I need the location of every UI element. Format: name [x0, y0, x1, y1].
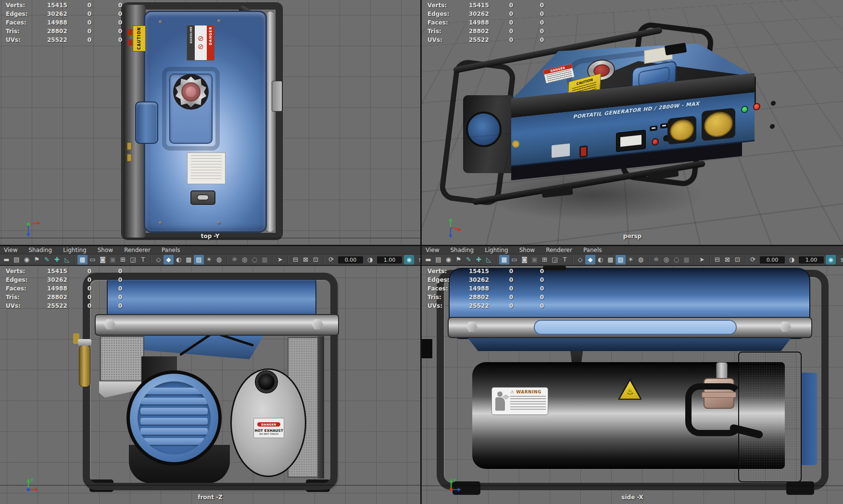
screen-space-icon[interactable]: ⊡: [311, 255, 321, 265]
textured-icon[interactable]: ▩: [184, 255, 194, 265]
exposure-icon[interactable]: ⟳: [748, 255, 758, 265]
use-all-lights-icon[interactable]: ☼: [229, 255, 239, 265]
viewport-top: CAUTION GASOLINE ⊘⊘ DANGER Ver: [0, 0, 420, 245]
multisampling-icon[interactable]: ▩: [681, 255, 692, 265]
ambient-occlusion-icon[interactable]: ◎: [239, 255, 250, 265]
svg-text:y: y: [453, 478, 456, 482]
hud-stat-value: 0: [513, 10, 544, 18]
camera-attributes-icon[interactable]: ▤: [433, 255, 443, 265]
shadows-icon[interactable]: ◍: [636, 255, 646, 265]
bookmark-icon[interactable]: ⚑: [453, 255, 464, 265]
resolution-gate-icon[interactable]: ◙: [519, 255, 529, 265]
safe-title-icon[interactable]: T: [138, 255, 148, 265]
safe-action-icon[interactable]: ◲: [550, 255, 560, 265]
color-management-icon[interactable]: ◉: [826, 255, 836, 265]
xray-icon[interactable]: ⊟: [712, 255, 722, 265]
lighting-icon[interactable]: ☀: [204, 255, 214, 265]
wireframe-on-shaded-icon[interactable]: ▨: [616, 255, 626, 265]
textured-icon[interactable]: ▩: [605, 255, 616, 265]
menu-show[interactable]: Show: [96, 247, 119, 253]
universal-manipulator-icon[interactable]: ✚: [474, 255, 484, 265]
menu-panels[interactable]: Panels: [581, 247, 608, 253]
gamma-field[interactable]: 1.00: [799, 256, 824, 264]
grid-icon[interactable]: ▦: [499, 255, 509, 265]
gamma-icon[interactable]: ◑: [365, 255, 375, 265]
gamma-field[interactable]: 1.00: [377, 256, 402, 264]
exposure-field[interactable]: 0.00: [760, 256, 785, 264]
grid-origin-line: [422, 485, 843, 486]
wireframe-on-shaded-icon[interactable]: ▨: [194, 255, 204, 265]
wireframe-icon[interactable]: ◇: [153, 255, 164, 265]
hud-stat-value: 0: [62, 302, 91, 310]
menu-view[interactable]: View: [424, 247, 445, 253]
measure-tool-icon[interactable]: ◺: [62, 255, 72, 265]
shadows-icon[interactable]: ◍: [214, 255, 224, 265]
menu-shading[interactable]: Shading: [448, 247, 480, 253]
xray-joints-icon[interactable]: ⊠: [722, 255, 732, 265]
xray-icon[interactable]: ⊟: [290, 255, 301, 265]
smooth-shade-icon[interactable]: ◆: [585, 255, 595, 265]
film-gate-icon[interactable]: ▭: [509, 255, 519, 265]
film-gate-icon[interactable]: ▭: [88, 255, 98, 265]
universal-manipulator-icon[interactable]: ✚: [52, 255, 62, 265]
hud-row: Edges:3026200: [0, 276, 144, 284]
resolution-gate-icon[interactable]: ◙: [98, 255, 108, 265]
motion-blur-icon[interactable]: ◌: [671, 255, 681, 265]
menu-panels[interactable]: Panels: [160, 247, 187, 253]
hud-stat-value: 0: [91, 10, 122, 18]
use-default-material-icon[interactable]: ◐: [174, 255, 184, 265]
gate-mask-icon[interactable]: ▣: [529, 255, 540, 265]
lighting-icon[interactable]: ☀: [626, 255, 636, 265]
hud-stat-value: 28802: [469, 27, 483, 36]
camera-bookmarks-icon[interactable]: ◉: [22, 255, 32, 265]
viewport-side-canvas[interactable]: ⚠ WARNING ♨ Verts:1541500Edges:3026200Fa…: [422, 266, 843, 504]
toolbar-separator: [75, 256, 75, 264]
menu-shading[interactable]: Shading: [26, 247, 58, 253]
hud-stat-value: 0: [91, 293, 122, 302]
menu-lighting[interactable]: Lighting: [61, 247, 93, 253]
field-chart-icon[interactable]: ⊞: [540, 255, 550, 265]
field-chart-icon[interactable]: ⊞: [118, 255, 128, 265]
ambient-occlusion-icon[interactable]: ◎: [661, 255, 671, 265]
menu-view[interactable]: View: [2, 247, 24, 253]
motion-blur-icon[interactable]: ◌: [250, 255, 260, 265]
screen-space-icon[interactable]: ⊡: [732, 255, 742, 265]
wireframe-icon[interactable]: ◇: [575, 255, 585, 265]
xray-joints-icon[interactable]: ⊠: [301, 255, 311, 265]
isolate-select-icon[interactable]: ➤: [697, 255, 707, 265]
grease-pencil-icon[interactable]: ✎: [464, 255, 474, 265]
menu-lighting[interactable]: Lighting: [483, 247, 515, 253]
view-transform-dropdown[interactable]: sRGB gamma: [836, 256, 843, 263]
safe-action-icon[interactable]: ◲: [128, 255, 138, 265]
measure-tool-icon[interactable]: ◺: [484, 255, 494, 265]
viewport-front-canvas[interactable]: DANGER HOT EXHAUST DO NOT TOUCH Verts:15…: [0, 266, 420, 504]
viewport-persp-canvas[interactable]: DANGER CAUTION PORTATIL GENERATOR HD / 2…: [422, 0, 843, 245]
use-all-lights-icon[interactable]: ☼: [651, 255, 661, 265]
gate-mask-icon[interactable]: ▣: [108, 255, 118, 265]
viewport-front: ViewShadingLightingShowRendererPanels ▬▤…: [0, 246, 420, 504]
safe-title-icon[interactable]: T: [560, 255, 570, 265]
hud-stat-label: Edges:: [6, 10, 47, 18]
select-camera-icon[interactable]: ▬: [423, 255, 433, 265]
viewport-top-canvas[interactable]: CAUTION GASOLINE ⊘⊘ DANGER Ver: [0, 0, 420, 245]
menu-renderer[interactable]: Renderer: [122, 247, 157, 253]
bookmark-icon[interactable]: ⚑: [32, 255, 42, 265]
exposure-icon[interactable]: ⟳: [326, 255, 336, 265]
exposure-field[interactable]: 0.00: [338, 256, 363, 264]
isolate-select-icon[interactable]: ➤: [275, 255, 285, 265]
warning-label: ⚠ WARNING: [491, 387, 548, 415]
hud-stat-value: 30262: [47, 10, 62, 18]
camera-bookmarks-icon[interactable]: ◉: [443, 255, 453, 265]
view-transform-dropdown[interactable]: sRGB gamma: [414, 256, 420, 263]
select-camera-icon[interactable]: ▬: [1, 255, 12, 265]
grease-pencil-icon[interactable]: ✎: [42, 255, 52, 265]
multisampling-icon[interactable]: ▩: [260, 255, 270, 265]
color-management-icon[interactable]: ◉: [404, 255, 414, 265]
use-default-material-icon[interactable]: ◐: [595, 255, 605, 265]
camera-attributes-icon[interactable]: ▤: [12, 255, 22, 265]
grid-icon[interactable]: ▦: [77, 255, 88, 265]
menu-renderer[interactable]: Renderer: [544, 247, 579, 253]
smooth-shade-icon[interactable]: ◆: [164, 255, 174, 265]
gamma-icon[interactable]: ◑: [787, 255, 797, 265]
menu-show[interactable]: Show: [517, 247, 541, 253]
